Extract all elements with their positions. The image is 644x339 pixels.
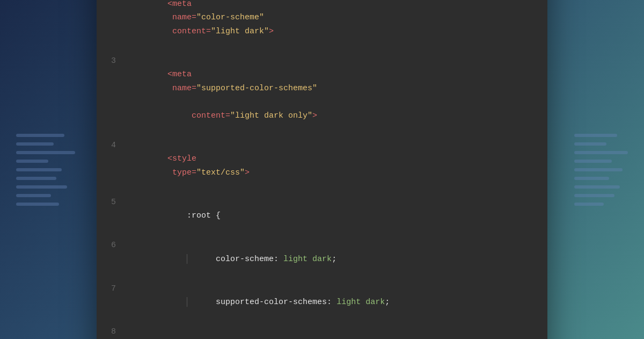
deco-line: [574, 160, 612, 163]
code-content-5: :root {: [129, 196, 547, 237]
code-line-4: 4 <style type="text/css">: [97, 138, 547, 194]
line-number-8: 8: [97, 325, 129, 339]
deco-line: [574, 185, 620, 189]
deco-line: [16, 142, 54, 146]
code-editor: 1 <!--Dark Mode meta tags needed to enab…: [97, 0, 547, 339]
deco-line: [574, 194, 614, 197]
line-number-7: 7: [97, 282, 129, 296]
code-content-4: <style type="text/css">: [129, 139, 547, 193]
code-line-8: 8 }: [97, 324, 547, 339]
code-line-7: 7 supported-color-schemes: light dark;: [97, 281, 547, 324]
code-content-3: <meta name="supported-color-schemes" con…: [129, 54, 547, 136]
code-content-8: }: [129, 325, 547, 339]
line-number-4: 4: [97, 139, 129, 153]
deco-lines-left: [16, 134, 75, 206]
deco-lines-right: [574, 134, 628, 206]
code-line-2: 2 <meta name="color-scheme" content="lig…: [97, 0, 547, 53]
code-content-2: <meta name="color-scheme" content="light…: [129, 0, 547, 52]
deco-line: [574, 177, 609, 180]
deco-line: [574, 142, 606, 146]
line-number-6: 6: [97, 239, 129, 253]
line-number-5: 5: [97, 196, 129, 210]
code-line-5: 5 :root {: [97, 194, 547, 238]
deco-line: [16, 177, 56, 180]
deco-line: [16, 203, 59, 206]
deco-line: [16, 185, 67, 189]
deco-line: [16, 134, 64, 137]
code-content-7: supported-color-schemes: light dark;: [129, 282, 547, 323]
deco-line: [574, 134, 617, 137]
deco-line: [16, 168, 62, 171]
code-window: Dark Mode meta tags 1 <!--Dark Mode meta…: [97, 0, 547, 339]
code-line-3: 3 <meta name="supported-color-schemes" c…: [97, 53, 547, 138]
deco-line: [16, 151, 75, 154]
deco-line: [16, 194, 51, 197]
code-content-6: color-scheme: light dark;: [129, 239, 547, 280]
deco-line: [574, 203, 604, 206]
deco-line: [16, 160, 48, 163]
code-line-6: 6 color-scheme: light dark;: [97, 237, 547, 281]
deco-line: [574, 168, 623, 171]
deco-line: [574, 151, 628, 154]
line-number-3: 3: [97, 54, 129, 68]
